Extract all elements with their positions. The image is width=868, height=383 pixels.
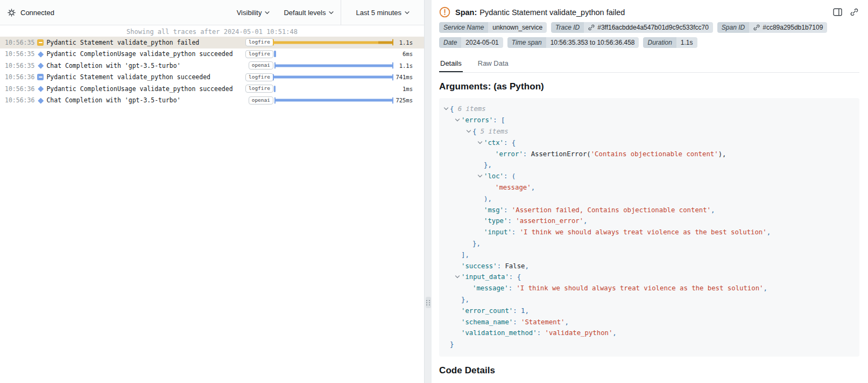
- duration-bar-fill: [274, 51, 276, 57]
- span-title-label: Span:: [455, 8, 477, 17]
- filter-visibility[interactable]: Visibility: [230, 0, 277, 25]
- instrumentation-badge: openai: [249, 61, 273, 69]
- metadata-value-text: unknown_service: [492, 24, 542, 31]
- code-token: ,: [763, 284, 767, 292]
- code-token: : {: [509, 273, 521, 281]
- span-header: Span:Pydantic Statement validate_python …: [439, 6, 859, 18]
- collapse-caret-icon[interactable]: [465, 129, 472, 134]
- code-token: 'message': [495, 184, 531, 191]
- code-token: False: [505, 262, 525, 270]
- code-line: 'error': AssertionError('Contains object…: [442, 148, 856, 159]
- duration-label: 741ms: [393, 74, 424, 80]
- code-token: 'message': [472, 284, 509, 292]
- code-token: 'I think we should always treat violence…: [520, 228, 767, 236]
- code-token: },: [472, 240, 481, 247]
- filter-last-5-minutes[interactable]: Last 5 minutes: [341, 0, 424, 25]
- filter-label: Default levels: [284, 9, 326, 17]
- collapse-caret-icon[interactable]: [476, 140, 484, 145]
- code-line: },: [442, 294, 856, 305]
- trace-row[interactable]: 10:56:35Pydantic Statement validate_pyth…: [0, 37, 424, 48]
- duration-label: 725ms: [393, 97, 424, 103]
- code-line: 'msg': 'Assertion failed, Contains objec…: [442, 204, 856, 215]
- detail-tabs: DetailsRaw Data: [439, 56, 859, 73]
- code-token: 'loc': [484, 172, 504, 180]
- tab-raw-data[interactable]: Raw Data: [477, 56, 510, 72]
- code-token: : (: [504, 172, 516, 180]
- link-icon[interactable]: [588, 24, 595, 31]
- metadata-label: Duration: [643, 37, 676, 48]
- metadata-badge: Service Nameunknown_service: [439, 22, 547, 33]
- trace-row[interactable]: 10:56:36Pydantic Statement validate_pyth…: [0, 72, 424, 83]
- collapse-caret-icon[interactable]: [454, 274, 461, 280]
- code-token: :: [504, 206, 512, 214]
- collapse-toggle-icon[interactable]: [34, 39, 46, 46]
- code-token: 'ctx': [484, 139, 504, 147]
- copy-link-icon[interactable]: [850, 8, 858, 16]
- duration-bar: [273, 95, 393, 107]
- code-line: 'schema_name': 'Statement',: [442, 316, 856, 328]
- duration-bar-fill: [275, 64, 393, 67]
- instrumentation-badge-column: logfire: [245, 85, 273, 93]
- metadata-badge: Trace ID#3ff16acbdde4a547b01d9c9c533fcc7…: [551, 22, 713, 33]
- code-token: :: [497, 262, 505, 270]
- code-line: 'error_count': 1,: [442, 305, 856, 316]
- code-line: 'input_data': {: [442, 271, 856, 283]
- divider-drag-handle[interactable]: [426, 297, 431, 308]
- metadata-value-text: #3ff16acbdde4a547b01d9c9c533fcc70: [597, 24, 709, 31]
- link-icon[interactable]: [753, 24, 760, 31]
- code-line: 'validation_method': 'validate_python',: [442, 328, 856, 339]
- collapse-caret-icon[interactable]: [454, 117, 461, 123]
- code-token: :: [507, 217, 516, 225]
- side-panel-icon[interactable]: [833, 8, 842, 16]
- metadata-value: 2024-05-01: [461, 37, 503, 48]
- span-name: Chat Completion with 'gpt-3.5-turbo': [46, 62, 248, 69]
- instrumentation-badge-column: openai: [249, 61, 273, 69]
- duration-bar-fill: [273, 41, 393, 44]
- metadata-value: #cc89a295db1b7109: [749, 22, 827, 33]
- duration-bar: [273, 37, 393, 48]
- instrumentation-badge: logfire: [245, 85, 273, 93]
- span-name: Pydantic CompletionUsage validate_python…: [46, 85, 245, 93]
- trace-row[interactable]: 10:56:35Chat Completion with 'gpt-3.5-tu…: [0, 60, 424, 72]
- code-token: 'I think we should always treat violence…: [516, 284, 763, 292]
- code-token: ],: [461, 251, 469, 259]
- filter-default-levels[interactable]: Default levels: [277, 0, 341, 25]
- code-token: :: [537, 329, 545, 337]
- code-token: ,: [767, 228, 771, 236]
- collapse-caret-icon[interactable]: [476, 173, 484, 179]
- traces-panel: Connected VisibilityDefault levelsLast 5…: [0, 0, 425, 383]
- chevron-down-icon: [405, 11, 410, 15]
- duration-bar-fill: [273, 76, 393, 79]
- settings-gear-icon[interactable]: [8, 9, 16, 17]
- trace-row[interactable]: 10:56:36Pydantic CompletionUsage validat…: [0, 83, 424, 95]
- code-token: 'success': [461, 262, 497, 270]
- code-token: ,: [612, 329, 616, 337]
- trace-row[interactable]: 10:56:35Pydantic CompletionUsage validat…: [0, 48, 424, 60]
- chevron-down-icon: [265, 11, 270, 15]
- code-token: 'input_data': [461, 273, 509, 281]
- metadata-badge: Date2024-05-01: [439, 37, 503, 48]
- code-token: :: [523, 150, 531, 158]
- trace-row[interactable]: 10:56:36Chat Completion with 'gpt-3.5-tu…: [0, 95, 424, 107]
- metadata-badge: Time span10:56:35.353 to 10:56:36.458: [507, 37, 639, 48]
- code-token: :: [513, 307, 521, 315]
- panel-divider[interactable]: [425, 0, 432, 383]
- arguments-heading: Arguments: (as Python): [439, 81, 859, 92]
- duration-bar-fill: [275, 99, 393, 102]
- code-line: }: [442, 339, 856, 350]
- code-token: : {: [504, 139, 516, 147]
- metadata-value: 10:56:35.353 to 10:56:36.458: [546, 37, 639, 48]
- code-line: 'input': 'I think we should always treat…: [442, 227, 856, 238]
- tab-details[interactable]: Details: [439, 56, 463, 72]
- code-token: ),: [484, 195, 492, 203]
- metadata-row-1: Service Nameunknown_serviceTrace ID#3ff1…: [439, 22, 859, 33]
- collapse-caret-icon[interactable]: [442, 106, 450, 112]
- connection-status: Connected: [8, 9, 54, 17]
- collapse-toggle-icon[interactable]: [34, 74, 46, 80]
- metadata-value: 1.1s: [676, 37, 697, 48]
- code-line: 'message',: [442, 182, 856, 193]
- span-title: Span:Pydantic Statement validate_python …: [455, 8, 828, 17]
- duration-label: 6ms: [393, 51, 424, 57]
- code-token: :: [509, 284, 517, 292]
- code-token: 5 items: [481, 128, 509, 135]
